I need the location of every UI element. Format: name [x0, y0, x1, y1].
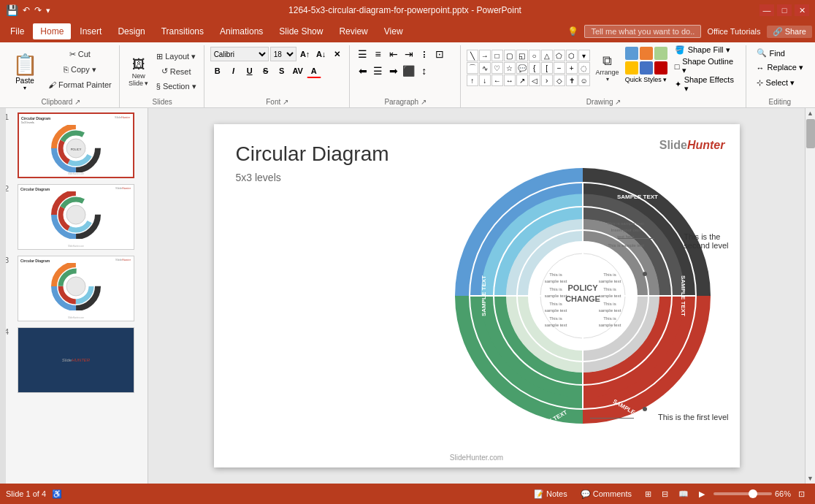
menu-view[interactable]: View: [377, 23, 410, 39]
columns-button[interactable]: ⫶: [417, 47, 432, 61]
shape-down-arrow[interactable]: ↓: [479, 75, 491, 86]
smartart-button[interactable]: ⊡: [432, 47, 447, 61]
shape-wave[interactable]: ∿: [479, 62, 491, 74]
arrange-button[interactable]: ⧉ Arrange ▾: [593, 47, 622, 89]
shape-up-arrow[interactable]: ↑: [467, 75, 478, 86]
char-spacing-button[interactable]: AV: [291, 64, 305, 78]
shadow-button[interactable]: S: [275, 64, 289, 78]
canvas-area[interactable]: Circular Diagram 5x3 levels SlideHunter: [148, 108, 805, 484]
search-input[interactable]: [584, 25, 701, 38]
shape-bracket[interactable]: [: [541, 62, 553, 74]
normal-view-button[interactable]: ⊞: [640, 488, 656, 500]
menu-slideshow[interactable]: Slide Show: [272, 23, 330, 39]
menu-transitions[interactable]: Transitions: [154, 23, 211, 39]
slide-thumb-3[interactable]: 3 Circular Diagram SlideHunter: [3, 254, 145, 323]
shape-fill-button[interactable]: 🪣 Shape Fill ▾: [670, 44, 741, 56]
quick-style-6[interactable]: [654, 61, 667, 75]
quick-style-2[interactable]: [640, 47, 653, 60]
decrease-indent-button[interactable]: ⇤: [386, 47, 401, 61]
shape-line[interactable]: ╲: [467, 50, 478, 61]
increase-indent-button[interactable]: ⇥: [402, 47, 416, 61]
shape-scroll[interactable]: ◌: [578, 62, 590, 74]
shape-oval[interactable]: ○: [529, 50, 540, 61]
paste-button[interactable]: 📋 Paste ▾: [7, 47, 42, 96]
font-color-button[interactable]: A: [307, 64, 321, 78]
format-painter-button[interactable]: 🖌 Format Painter: [45, 77, 115, 92]
menu-insert[interactable]: Insert: [72, 23, 109, 39]
reading-view-button[interactable]: 📖: [674, 488, 693, 500]
slide-thumb-2[interactable]: 2 Circular Diagram SlideHunter: [3, 183, 145, 251]
shape-arrow[interactable]: →: [479, 50, 491, 61]
select-button[interactable]: ⊹ Select ▾: [752, 77, 808, 89]
slideshow-button[interactable]: ▶: [695, 488, 709, 500]
replace-button[interactable]: ↔ Replace ▾: [752, 61, 808, 74]
shape-minus[interactable]: −: [554, 62, 565, 74]
bullets-button[interactable]: ☰: [356, 47, 370, 61]
scroll-up-button[interactable]: ▲: [806, 108, 816, 118]
save-icon[interactable]: 💾: [6, 4, 18, 16]
clear-format-button[interactable]: ✕: [330, 47, 345, 61]
shape-brace[interactable]: {: [529, 62, 540, 74]
shape-triangle[interactable]: △: [541, 50, 553, 61]
new-slide-button[interactable]: 🖼 New Slide ▾: [126, 50, 152, 93]
shape-notched[interactable]: ◁: [529, 75, 540, 86]
menu-animations[interactable]: Animations: [213, 23, 270, 39]
quick-style-3[interactable]: [654, 47, 667, 60]
minimize-button[interactable]: —: [759, 4, 774, 16]
menu-file[interactable]: File: [3, 23, 31, 39]
shape-callout[interactable]: 💬: [516, 62, 528, 74]
cut-button[interactable]: ✂ Cut: [45, 47, 115, 61]
font-size-select[interactable]: 18: [270, 47, 296, 61]
align-right-button[interactable]: ➡: [386, 64, 401, 78]
strikethrough-button[interactable]: S: [259, 64, 273, 78]
quick-style-5[interactable]: [640, 61, 653, 75]
maximize-button[interactable]: □: [777, 4, 792, 16]
shape-outline-button[interactable]: □ Shape Outline ▾: [670, 58, 741, 75]
shape-plus[interactable]: +: [566, 62, 578, 74]
scroll-down-button[interactable]: ▼: [806, 473, 816, 484]
quick-style-1[interactable]: [625, 47, 638, 60]
quick-styles-label[interactable]: Quick Styles ▾: [625, 76, 667, 83]
shape-cross[interactable]: ✝: [566, 75, 578, 86]
find-button[interactable]: 🔍 Find: [752, 47, 808, 59]
office-tutorials-link[interactable]: Office Tutorials: [707, 27, 760, 36]
numbering-button[interactable]: ≡: [371, 47, 386, 61]
copy-button[interactable]: ⎘ Copy ▾: [45, 62, 115, 77]
shape-hex[interactable]: ⬡: [566, 50, 578, 61]
shape-more[interactable]: ▾: [578, 50, 590, 61]
shape-curve[interactable]: ⌒: [467, 62, 478, 74]
slide-sorter-button[interactable]: ⊟: [657, 488, 673, 500]
align-left-button[interactable]: ⬅: [356, 64, 370, 78]
shape-pentagon[interactable]: ⬠: [554, 50, 565, 61]
shape-snip-rect[interactable]: ◱: [516, 50, 528, 61]
font-family-select[interactable]: Calibri: [210, 47, 269, 61]
accessibility-icon[interactable]: ♿: [52, 489, 62, 499]
section-button[interactable]: § Section ▾: [153, 80, 199, 93]
shape-rect[interactable]: □: [491, 50, 503, 61]
scroll-thumb[interactable]: [806, 119, 815, 148]
comments-button[interactable]: 💬 Comments: [576, 488, 636, 500]
undo-icon[interactable]: ↶: [23, 5, 30, 15]
fit-slide-button[interactable]: ⊡: [794, 488, 809, 500]
underline-button[interactable]: U: [242, 64, 257, 78]
notes-button[interactable]: 📝 Notes: [529, 488, 572, 500]
reset-button[interactable]: ↺ Reset: [153, 65, 199, 77]
menu-review[interactable]: Review: [332, 23, 375, 39]
layout-button[interactable]: ⊞ Layout ▾: [153, 50, 199, 63]
italic-button[interactable]: I: [226, 64, 241, 78]
align-center-button[interactable]: ☰: [371, 64, 386, 78]
shape-chevron[interactable]: ›: [541, 75, 553, 86]
zoom-thumb[interactable]: [749, 489, 757, 498]
shape-diamond[interactable]: ◇: [554, 75, 565, 86]
slide-thumb-1[interactable]: 1 Circular Diagram 5x3 levels SlideHunte…: [3, 111, 145, 180]
close-button[interactable]: ✕: [795, 4, 809, 16]
font-shrink-button[interactable]: A↓: [314, 47, 329, 61]
font-grow-button[interactable]: A↑: [298, 47, 313, 61]
justify-button[interactable]: ⬛: [402, 64, 416, 78]
shape-left-arrow[interactable]: ←: [491, 75, 503, 86]
shape-heart[interactable]: ♡: [491, 62, 503, 74]
line-spacing-button[interactable]: ↕: [417, 64, 432, 78]
shape-effects-button[interactable]: ✦ Shape Effects ▾: [670, 77, 741, 93]
shape-bent-arrow[interactable]: ↗: [516, 75, 528, 86]
bold-button[interactable]: B: [210, 64, 225, 78]
